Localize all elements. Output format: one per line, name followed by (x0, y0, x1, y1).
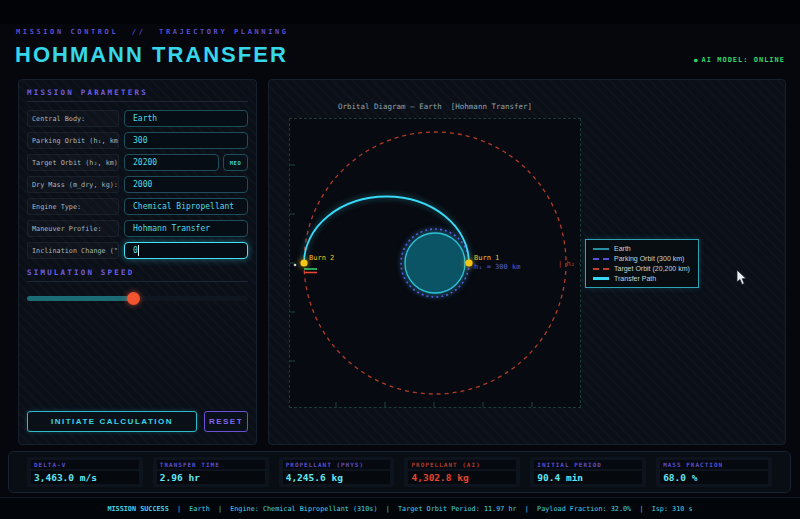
field-row-target-orbit: Target Orbit (h₂, km): MEO (27, 154, 248, 171)
status-details: | Earth | Engine: Chemical Bipropellant … (169, 505, 693, 513)
transfer-path-swatch (593, 277, 609, 280)
earth-circle (405, 233, 465, 293)
ai-status-label: AI MODEL: ONLINE (702, 56, 785, 64)
target-orbit-label: Target Orbit (h₂, km): (27, 154, 119, 171)
stat-value: 3,463.0 m/s (31, 471, 139, 484)
orbital-diagram-svg: Burn 1 h₁ = 300 km Burn 2 | h₂ = 20,200 … (290, 119, 580, 407)
stat-label: PROPELLANT (AI) (408, 460, 516, 469)
legend-label: Earth (614, 245, 631, 252)
stat-value: 90.4 min (534, 471, 642, 484)
stat-transfer-time: TRANSFER TIME 2.96 hr (153, 457, 269, 487)
parking-orbit-input[interactable] (124, 132, 248, 149)
field-row-central-body: Central Body: (27, 110, 248, 127)
stat-delta-v: DELTA-V 3,463.0 m/s (27, 457, 143, 487)
stat-value: 4,302.8 kg (408, 471, 516, 484)
stat-label: INITIAL PERIOD (534, 460, 642, 469)
breadcrumb: MISSION CONTROL // TRAJECTORY PLANNING (16, 28, 289, 36)
action-buttons: INITIATE CALCULATION RESET (27, 411, 248, 432)
online-dot-icon: ● (694, 56, 699, 63)
earth-line-swatch (593, 248, 609, 250)
maneuver-profile-label: Maneuver Profile: (27, 220, 119, 237)
diagram-legend: Earth Parking Orbit (300 km) Target Orbi… (585, 239, 699, 288)
dry-mass-input[interactable] (124, 176, 248, 193)
burn2-label: Burn 2 (309, 254, 334, 262)
field-row-inclination: Inclination Change (°): (27, 242, 248, 259)
engine-type-label: Engine Type: (27, 198, 119, 215)
stat-value: 68.0 % (660, 471, 768, 484)
legend-label: Parking Orbit (300 km) (614, 255, 684, 262)
inclination-input[interactable] (124, 242, 248, 259)
orbital-plot-area: Burn 1 h₁ = 300 km Burn 2 | h₂ = 20,200 … (289, 118, 581, 408)
legend-item-transfer-path: Transfer Path (593, 275, 691, 282)
status-bar: MISSION SUCCESS | Earth | Engine: Chemic… (0, 497, 800, 519)
burn1-point (465, 259, 472, 266)
parking-orbit-label: Parking Orbit (h₁, km): (27, 132, 119, 149)
top-strip (0, 0, 800, 24)
mission-status: MISSION SUCCESS (107, 505, 168, 513)
stat-propellant-ai: PROPELLANT (AI) 4,302.8 kg (404, 457, 520, 487)
simulation-speed-thumb[interactable] (127, 292, 140, 305)
target-orbit-swatch (593, 268, 609, 270)
central-body-label: Central Body: (27, 110, 119, 127)
section-simulation-speed: SIMULATION SPEED (27, 268, 248, 282)
burn1-label: Burn 1 (474, 254, 499, 262)
ai-status-badge: ●AI MODEL: ONLINE (694, 56, 785, 64)
slider-fill (27, 296, 133, 301)
stat-value: 2.96 hr (157, 471, 265, 484)
stat-label: DELTA-V (31, 460, 139, 469)
initiate-calculation-button[interactable]: INITIATE CALCULATION (27, 411, 197, 432)
text-caret (138, 245, 139, 256)
diagram-title: Orbital Diagram — Earth [Hohmann Transfe… (289, 102, 581, 111)
page-title: HOHMANN TRANSFER (15, 42, 288, 68)
inclination-label: Inclination Change (°): (27, 242, 119, 259)
maneuver-profile-input[interactable] (124, 220, 248, 237)
mission-parameters-panel: MISSION PARAMETERS Central Body: Parking… (18, 79, 257, 445)
section-mission-parameters: MISSION PARAMETERS (27, 88, 248, 102)
stat-value: 4,245.6 kg (283, 471, 391, 484)
h1-label: h₁ = 300 km (474, 263, 520, 271)
h2-label: | h₂ = 20,200 km (558, 260, 580, 268)
stat-label: TRANSFER TIME (157, 460, 265, 469)
field-row-dry-mass: Dry Mass (m_dry, kg): (27, 176, 248, 193)
field-row-parking-orbit: Parking Orbit (h₁, km): (27, 132, 248, 149)
results-stats-bar: DELTA-V 3,463.0 m/s TRANSFER TIME 2.96 h… (8, 451, 791, 493)
orbital-diagram-panel: Orbital Diagram — Earth [Hohmann Transfe… (268, 79, 786, 445)
legend-item-target-orbit: Target Orbit (20,200 km) (593, 265, 691, 272)
legend-label: Target Orbit (20,200 km) (614, 265, 690, 272)
reset-button[interactable]: RESET (204, 411, 248, 432)
burn2-point (300, 259, 307, 266)
simulation-speed-slider[interactable] (27, 292, 248, 305)
legend-label: Transfer Path (614, 275, 656, 282)
meo-preset-button[interactable]: MEO (223, 154, 248, 171)
field-row-maneuver-profile: Maneuver Profile: (27, 220, 248, 237)
legend-item-earth: Earth (593, 245, 691, 252)
target-orbit-input[interactable] (124, 154, 219, 171)
spacecraft-marker (294, 264, 297, 267)
mouse-cursor-icon (736, 270, 748, 286)
parking-orbit-swatch (593, 258, 609, 260)
stat-label: MASS FRACTION (660, 460, 768, 469)
stat-label: PROPELLANT (PHYS) (283, 460, 391, 469)
legend-item-parking-orbit: Parking Orbit (300 km) (593, 255, 691, 262)
stat-propellant-phys: PROPELLANT (PHYS) 4,245.6 kg (279, 457, 395, 487)
stat-initial-period: INITIAL PERIOD 90.4 min (530, 457, 646, 487)
central-body-input[interactable] (124, 110, 248, 127)
dry-mass-label: Dry Mass (m_dry, kg): (27, 176, 119, 193)
stat-mass-fraction: MASS FRACTION 68.0 % (656, 457, 772, 487)
engine-type-input[interactable] (124, 198, 248, 215)
field-row-engine-type: Engine Type: (27, 198, 248, 215)
